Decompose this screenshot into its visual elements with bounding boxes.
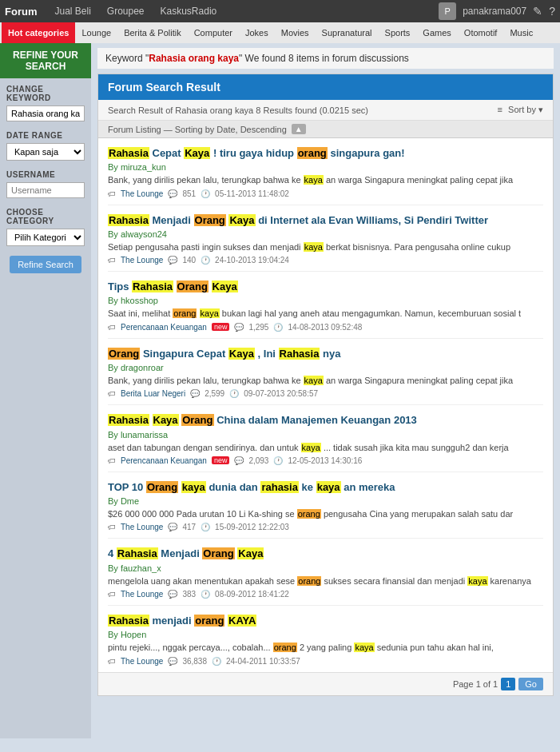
go-button[interactable]: Go <box>518 678 543 690</box>
help-icon[interactable]: ? <box>549 5 555 18</box>
cat-lounge[interactable]: Lounge <box>75 22 117 43</box>
keyword-label: CHANGE KEYWORD <box>6 85 85 102</box>
item-comments: 383 <box>182 590 196 599</box>
cat-computer[interactable]: Computer <box>188 22 239 43</box>
item-author: By fauzhan_x <box>108 563 543 573</box>
cat-music[interactable]: Music <box>503 22 539 43</box>
keyword-highlight: Rahasia orang kaya <box>149 53 239 64</box>
comment-icon: 💬 <box>234 323 244 332</box>
username-input[interactable] <box>6 182 85 198</box>
clock-icon: 🕐 <box>201 523 210 531</box>
item-snippet: Bank, yang dirilis pekan lalu, terungkap… <box>108 375 543 387</box>
tag-icon: 🏷 <box>108 523 116 531</box>
forum-listing-bar: Forum Listing — Sorting by Date, Descend… <box>98 121 553 138</box>
result-meta-bar: Search Result of Rahasia orang kaya 8 Re… <box>98 100 553 121</box>
sidebar-keyword-section: CHANGE KEYWORD <box>0 78 91 125</box>
cat-berita[interactable]: Berita & Politik <box>117 22 188 43</box>
sort-by-btn[interactable]: ≡ Sort by ▾ <box>498 105 543 115</box>
username-display: panakrama007 <box>463 6 526 17</box>
sidebar: REFINE YOUR SEARCH CHANGE KEYWORD DATE R… <box>0 43 91 738</box>
item-meta: 🏷 The Lounge 💬 417 🕐 15-09-2012 12:22:03 <box>108 523 543 531</box>
hot-categories-btn[interactable]: Hot categories <box>2 22 75 43</box>
clock-icon: 🕐 <box>273 456 283 465</box>
highlight-kaya: Kaya <box>184 147 210 159</box>
item-tag[interactable]: The Lounge <box>121 523 163 531</box>
clock-icon: 🕐 <box>201 590 210 599</box>
item-snippet: mengelola uang akan menentukan apakah se… <box>108 575 543 587</box>
list-item: Tips Rahasia Orang Kaya By hkosshop Saat… <box>108 272 543 339</box>
item-date: 14-08-2013 09:52:48 <box>288 323 362 332</box>
cat-games[interactable]: Games <box>416 22 457 43</box>
list-item: Orang Singapura Cepat Kaya , Ini Rahasia… <box>108 339 543 406</box>
date-range-label: DATE RANGE <box>6 131 85 140</box>
result-box: Forum Search Result Search Result of Rah… <box>97 74 554 696</box>
sidebar-daterange-section: DATE RANGE Kapan saja <box>0 125 91 164</box>
item-meta: 🏷 The Lounge 💬 851 🕐 05-11-2013 11:48:02 <box>108 189 543 198</box>
item-tag[interactable]: The Lounge <box>121 590 163 599</box>
edit-icon[interactable]: ✎ <box>533 5 542 18</box>
item-tag[interactable]: Perencanaan Keuangan <box>121 323 207 332</box>
category-bar: Hot categories Lounge Berita & Politik C… <box>0 22 560 43</box>
nav-kaskusradio[interactable]: KaskusRadio <box>153 0 225 22</box>
listing-toggle-icon[interactable]: ▲ <box>292 124 306 134</box>
highlight-orang: orang <box>297 147 328 159</box>
category-select[interactable]: Pilih Kategori <box>6 229 85 246</box>
comment-icon: 💬 <box>168 590 177 599</box>
clock-icon: 🕐 <box>212 657 221 666</box>
item-author: By alwayson24 <box>108 229 543 239</box>
item-author: By Dme <box>108 496 543 506</box>
item-title[interactable]: 4 Rahasia Menjadi Orang Kaya <box>108 547 543 561</box>
item-date: 12-05-2013 14:30:16 <box>288 456 362 465</box>
item-title[interactable]: Rahasia menjadi orang KAYA <box>108 614 543 628</box>
pagination-bar: Page 1 of 1 1 Go <box>98 672 553 695</box>
tag-icon: 🏷 <box>108 389 116 398</box>
clock-icon: 🕐 <box>229 389 239 398</box>
tag-icon: 🏷 <box>108 657 116 666</box>
item-comments: 851 <box>182 189 196 198</box>
item-meta: 🏷 The Lounge 💬 140 🕐 24-10-2013 19:04:24 <box>108 256 543 265</box>
item-title[interactable]: TOP 10 Orang kaya dunia dan rahasia ke k… <box>108 480 543 495</box>
item-snippet: Bank, yang dirilis pekan lalu, terungkap… <box>108 174 543 186</box>
item-date: 15-09-2012 12:22:03 <box>215 523 289 531</box>
nav-jual-beli[interactable]: Jual Beli <box>46 0 98 22</box>
refine-search-button[interactable]: Refine Search <box>10 256 81 273</box>
keyword-input[interactable] <box>6 105 85 121</box>
item-tag[interactable]: Perencanaan Keuangan <box>121 456 207 465</box>
cat-otomotif[interactable]: Otomotif <box>458 22 504 43</box>
item-tag[interactable]: Berita Luar Negeri <box>121 389 185 398</box>
date-range-select[interactable]: Kapan saja <box>6 143 85 161</box>
item-snippet: $26 000 000 000 Pada urutan 10 Li Ka-shi… <box>108 508 543 520</box>
clock-icon: 🕐 <box>273 323 283 332</box>
cat-jokes[interactable]: Jokes <box>239 22 275 43</box>
item-title[interactable]: Rahasia Menjadi Orang Kaya di Internet a… <box>108 213 543 228</box>
item-tag[interactable]: The Lounge <box>121 256 163 265</box>
site-logo[interactable]: Forum <box>5 6 37 18</box>
item-meta: 🏷 Perencanaan Keuangan new 💬 2,093 🕐 12-… <box>108 456 543 465</box>
item-tag[interactable]: The Lounge <box>121 657 163 666</box>
cat-sports[interactable]: Sports <box>379 22 417 43</box>
current-page[interactable]: 1 <box>501 678 515 690</box>
item-meta: 🏷 Berita Luar Negeri 💬 2,599 🕐 09-07-201… <box>108 389 543 398</box>
item-comments: 1,295 <box>248 323 268 332</box>
cat-movies[interactable]: Movies <box>275 22 316 43</box>
main-content: Keyword "Rahasia orang kaya" We found 8 … <box>91 43 560 738</box>
sidebar-username-section: USERNAME <box>0 164 91 201</box>
item-title[interactable]: Tips Rahasia Orang Kaya <box>108 280 543 294</box>
item-title[interactable]: Rahasia Cepat Kaya ! tiru gaya hidup ora… <box>108 146 543 161</box>
cat-supranatural[interactable]: Supranatural <box>316 22 379 43</box>
item-title[interactable]: Orang Singapura Cepat Kaya , Ini Rahasia… <box>108 347 543 361</box>
item-tag[interactable]: The Lounge <box>121 189 163 198</box>
result-box-title: Forum Search Result <box>98 74 553 100</box>
nav-groupee[interactable]: Groupee <box>99 0 153 22</box>
item-comments: 2,599 <box>205 389 224 398</box>
item-snippet: aset dan tabungan dengan sendirinya. dan… <box>108 442 543 454</box>
item-meta: 🏷 The Lounge 💬 36,838 🕐 24-04-2011 10:33… <box>108 657 543 666</box>
username-label: USERNAME <box>6 170 85 179</box>
sidebar-category-section: CHOOSE CATEGORY Pilih Kategori <box>0 201 91 249</box>
list-item: Rahasia menjadi orang KAYA By Hopen pint… <box>108 606 543 672</box>
refine-your-search-header: REFINE YOUR SEARCH <box>0 43 91 78</box>
forum-listing-label: Forum Listing — Sorting by Date, Descend… <box>108 125 287 134</box>
item-title[interactable]: Rahasia Kaya Orang China dalam Manajemen… <box>108 413 543 428</box>
item-snippet: pintu rejeki..., nggak percaya..., cobal… <box>108 642 543 654</box>
avatar[interactable]: P <box>439 2 456 20</box>
